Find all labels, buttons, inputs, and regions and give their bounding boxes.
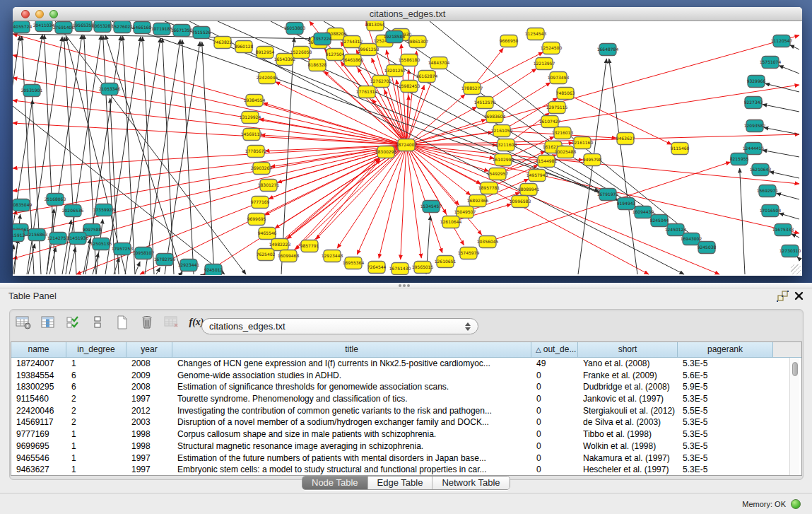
network-node[interactable]: 12213957 <box>534 58 555 70</box>
delete-column-icon[interactable] <box>138 313 156 332</box>
network-canvas[interactable]: 1872400718300295240557242041103427691406… <box>13 21 802 276</box>
network-node[interactable]: 15745979 <box>458 247 480 259</box>
network-node[interactable]: 10719185 <box>151 23 173 35</box>
network-node[interactable]: 17957253 <box>112 243 134 255</box>
network-node[interactable]: 16782759 <box>154 254 176 266</box>
column-header-year[interactable]: year <box>126 342 172 358</box>
network-node[interactable]: 8813054 <box>366 21 385 31</box>
network-node[interactable]: 9495798 <box>583 154 602 166</box>
network-node[interactable]: 16892366 <box>467 195 489 207</box>
network-node[interactable]: 11675333 <box>772 224 794 236</box>
network-node[interactable]: 3915912 <box>13 230 25 242</box>
network-node[interactable]: 9857791 <box>300 240 319 252</box>
network-node[interactable]: 13216013 <box>552 127 574 139</box>
zoom-window-button[interactable] <box>49 10 58 18</box>
network-node[interactable]: 9777169 <box>251 197 270 209</box>
network-node[interactable]: 10958107 <box>133 247 155 259</box>
network-node[interactable]: 19861307 <box>407 36 429 48</box>
network-node[interactable]: 10653287 <box>92 21 114 33</box>
network-node[interactable]: 20206536 <box>62 205 84 217</box>
network-node[interactable]: 12524500 <box>541 42 563 54</box>
network-node[interactable]: 12444415 <box>743 143 765 155</box>
network-node[interactable]: 19565015 <box>412 262 434 274</box>
network-node[interactable]: 13129924 <box>240 112 261 124</box>
table-row[interactable]: 977716911998Corpus callosum shape and si… <box>11 428 801 440</box>
network-node[interactable]: 18300295 <box>375 146 397 158</box>
network-node[interactable]: 10025488 <box>555 146 577 158</box>
network-node[interactable]: 18957781 <box>478 182 500 194</box>
network-node[interactable]: 6466160 <box>133 22 152 34</box>
network-node[interactable]: 12142757 <box>47 233 69 245</box>
network-node[interactable]: 14843704 <box>428 57 450 69</box>
tab-network-table[interactable]: Network Table <box>432 477 509 489</box>
network-node[interactable]: 9194943 <box>617 198 636 210</box>
network-node[interactable]: 15692971 <box>757 185 779 197</box>
column-header-pagerank[interactable]: pagerank <box>678 342 773 358</box>
network-node[interactable]: 8912954 <box>256 47 275 59</box>
network-node[interactable]: 17761314 <box>356 86 378 98</box>
network-node[interactable]: 7357224 <box>313 33 332 45</box>
network-node[interactable]: 9465546 <box>258 228 277 240</box>
network-node[interactable]: 14512570 <box>474 97 496 109</box>
column-header-name[interactable]: name <box>11 342 66 358</box>
network-node[interactable]: 9463627 <box>616 133 635 145</box>
network-node[interactable]: 7463822 <box>213 37 233 49</box>
splitter-grip-icon[interactable] <box>403 284 406 287</box>
network-node[interactable]: 19218586 <box>384 31 406 43</box>
network-node[interactable]: 15492957 <box>487 168 509 180</box>
network-node[interactable]: 16053803 <box>284 23 306 35</box>
network-node[interactable]: 11451936 <box>67 233 89 245</box>
network-node[interactable]: 16791972 <box>597 189 619 201</box>
network-node[interactable]: 18089941 <box>518 184 540 196</box>
network-node[interactable]: 16210643 <box>750 164 772 176</box>
table-row[interactable]: 1830029562008Estimation of significance … <box>11 381 801 393</box>
table-row[interactable]: 2242004622012Investigating the contribut… <box>11 405 801 417</box>
column-header-title[interactable]: title <box>172 342 531 358</box>
network-node[interactable]: 20531901 <box>21 85 43 97</box>
tab-node-table[interactable]: Node Table <box>302 477 367 489</box>
network-node[interactable]: 16461860 <box>342 54 364 66</box>
close-window-button[interactable] <box>21 10 30 18</box>
delete-table-icon[interactable] <box>163 313 181 332</box>
network-node[interactable]: 12161059 <box>491 125 513 137</box>
network-node[interactable]: 12923448 <box>322 250 343 262</box>
table-row[interactable]: 1938455462009Genome-wide association stu… <box>11 370 801 382</box>
network-node[interactable]: 16983604 <box>484 111 506 123</box>
network-node[interactable]: 12161160 <box>572 137 594 149</box>
table-row[interactable]: 1872400712008Changes of HCN gene express… <box>11 358 801 370</box>
network-node[interactable]: 15586180 <box>399 54 420 66</box>
network-node[interactable]: 12610651 <box>435 256 457 268</box>
network-node[interactable]: 26903267 <box>251 163 273 175</box>
network-node[interactable]: 25168063 <box>45 194 66 206</box>
close-panel-icon[interactable] <box>794 291 804 300</box>
network-node[interactable]: 16099468 <box>278 250 300 262</box>
network-node[interactable]: 11254543 <box>525 28 547 40</box>
network-node[interactable]: 13211608 <box>495 139 517 151</box>
network-node[interactable]: 7264544 <box>367 262 387 274</box>
network-node[interactable]: 19384554 <box>244 95 266 107</box>
network-node[interactable]: 8245044 <box>650 215 669 227</box>
network-node[interactable]: 12093582 <box>744 120 766 132</box>
network-node[interactable]: 16162874 <box>416 71 438 83</box>
column-header-in-degree[interactable]: in_degree <box>66 342 126 358</box>
column-select-icon[interactable] <box>64 313 82 332</box>
network-node[interactable]: 9329966 <box>747 76 766 88</box>
network-node[interactable]: 10835049 <box>13 199 32 211</box>
network-node[interactable]: 12975115 <box>546 102 568 114</box>
network-node[interactable]: 16955364 <box>343 257 365 269</box>
network-node[interactable]: 18301271 <box>258 180 280 192</box>
network-node[interactable]: 17885277 <box>461 83 483 95</box>
network-node[interactable]: 9227343 <box>744 97 763 109</box>
network-node[interactable]: 16648784 <box>597 44 619 56</box>
network-node[interactable]: 9666950 <box>500 35 519 47</box>
network-node[interactable]: 9115460 <box>671 143 690 155</box>
network-node[interactable]: 12505135 <box>90 238 112 250</box>
network-node[interactable]: 16102999 <box>493 154 514 166</box>
network-node[interactable]: 10973493 <box>548 72 570 84</box>
network-node[interactable]: 11544981 <box>536 156 558 168</box>
network-node[interactable]: 9245012 <box>204 264 223 276</box>
create-column-icon[interactable] <box>113 313 131 332</box>
network-node[interactable]: 15751074 <box>760 57 782 69</box>
tab-edge-table[interactable]: Edge Table <box>367 477 433 489</box>
network-node[interactable]: 11120547 <box>771 35 793 47</box>
